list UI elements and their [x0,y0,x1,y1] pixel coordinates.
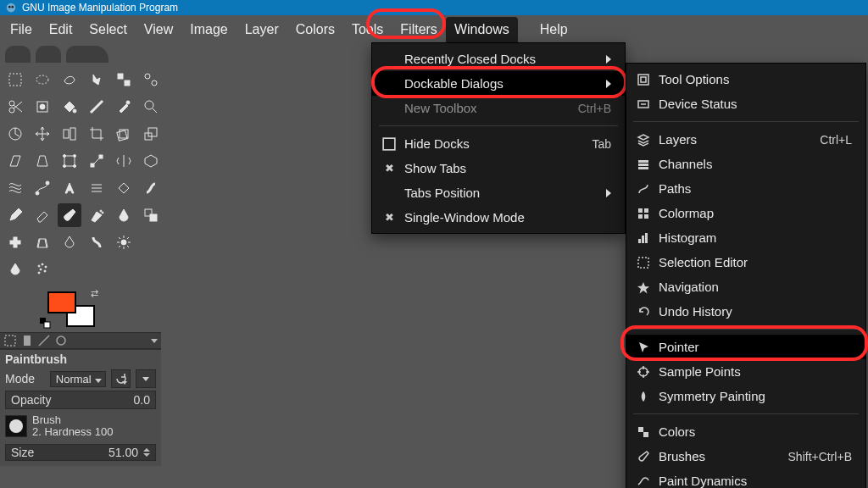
size-row[interactable]: Size 51.00 [5,444,156,461]
tool-eraser[interactable] [31,203,54,227]
mi-navigation[interactable]: Navigation [626,274,865,299]
mi-show-tabs[interactable]: ✖ Show Tabs [372,156,625,180]
mi-histogram[interactable]: Histogram [626,225,865,250]
tool-perspective-clone[interactable] [31,230,54,254]
mi-symmetry[interactable]: Symmetry Painting [626,384,865,408]
mi-brushes[interactable]: BrushesShift+Ctrl+B [626,444,865,469]
tool-shear[interactable] [3,149,27,173]
mi-tabs-position[interactable]: Tabs Position [372,180,625,205]
menu-layer[interactable]: Layer [236,17,287,42]
mi-dockable-dialogs[interactable]: Dockable Dialogs [372,71,625,96]
tool-free-select[interactable] [58,68,81,92]
mode-label: Mode [5,372,45,385]
tool-ink[interactable] [112,203,136,227]
mode-reset-icon[interactable] [111,369,131,388]
swap-colors-icon[interactable]: ⇄ [91,288,98,299]
brush-preview[interactable] [5,415,27,437]
tool-pencil[interactable] [3,203,27,227]
navigation-icon [637,280,650,294]
mi-pointer[interactable]: Pointer [626,335,865,359]
tool-rotate[interactable] [112,122,136,146]
tool-perspective[interactable] [31,149,54,173]
tool-unified-transform[interactable] [58,149,81,173]
mi-undo-history[interactable]: Undo History [626,299,865,324]
tool-color-picker[interactable] [112,95,136,119]
svg-point-33 [102,212,103,214]
mi-colormap[interactable]: Colormap [626,201,865,225]
tool-scissors[interactable] [3,95,27,119]
menu-edit[interactable]: Edit [41,17,81,42]
opacity-slider[interactable]: Opacity 0.0 [5,391,156,409]
tab-icon-1[interactable] [3,334,17,347]
tool-gegl[interactable] [85,176,108,200]
tool-foreground-select[interactable] [31,95,54,119]
tool-zoom[interactable] [139,95,163,119]
menu-windows[interactable]: Windows [446,17,518,42]
tool-flip[interactable] [112,149,136,173]
tool-mypaint[interactable] [139,176,163,200]
tab-icon-4[interactable] [54,334,68,347]
tool-ellipse-select[interactable] [31,68,54,92]
tool-airbrush[interactable] [85,203,108,227]
menu-image[interactable]: Image [181,17,236,42]
tool-move[interactable] [31,122,54,146]
mi-new-toolbox[interactable]: New ToolboxCtrl+B [372,96,625,120]
mode-menu-icon[interactable] [136,369,156,388]
color-swatch[interactable]: ⇄ [47,291,95,327]
tool-by-color-select[interactable] [112,68,136,92]
tool-gradient[interactable] [85,95,108,119]
mode-dropdown[interactable]: Normal [50,371,106,387]
tool-cage[interactable] [139,149,163,173]
mi-single-window[interactable]: ✖ Single-Window Mode [372,205,625,230]
mi-paths[interactable]: Paths [626,176,865,201]
tool-warp[interactable] [3,176,27,200]
mi-paint-dynamics[interactable]: Paint Dynamics [626,469,865,488]
tool-drop[interactable] [3,258,27,281]
fg-color[interactable] [47,291,76,313]
menu-select[interactable]: Select [81,17,135,42]
tool-scale[interactable] [139,122,163,146]
mi-tool-options[interactable]: Tool Options [626,67,865,92]
tool-text[interactable] [58,176,81,200]
tool-iscissors[interactable] [139,68,163,92]
tool-rect-select[interactable] [3,68,27,92]
mi-hide-docks[interactable]: Hide DocksTab [372,131,625,156]
work-area: ⇄ Paintbrush Mode Normal Opacity 0.0 [0,44,868,488]
tool-handle-transform[interactable] [85,149,108,173]
tool-dodge[interactable] [112,230,136,254]
tool-clone[interactable] [139,203,163,227]
size-spinner[interactable] [143,448,150,457]
default-colors-icon[interactable] [39,317,51,329]
mi-sample-points[interactable]: Sample Points [626,359,865,384]
tool-smudge[interactable] [85,230,108,254]
tool-paths[interactable] [31,176,54,200]
tab-icon-2[interactable] [20,334,34,347]
mi-channels[interactable]: Channels [626,152,865,176]
mi-recently-closed[interactable]: Recently Closed Docks [372,47,625,71]
mi-layers[interactable]: LayersCtrl+L [626,127,865,152]
tool-bucket-fill[interactable] [58,95,81,119]
tool-measure[interactable] [3,122,27,146]
menu-file[interactable]: File [2,17,41,42]
svg-rect-51 [638,75,648,85]
tabs-menu-icon[interactable] [151,339,158,343]
tool-grid [0,64,161,285]
tab-icon-3[interactable] [37,334,51,347]
mi-selection-editor[interactable]: Selection Editor [626,250,865,274]
tool-align[interactable] [58,122,81,146]
tool-blur[interactable] [58,230,81,254]
menu-colors[interactable]: Colors [287,17,343,42]
mi-device-status[interactable]: Device Status [626,92,865,116]
tool-bucket[interactable] [112,176,136,200]
mi-colors[interactable]: Colors [626,419,865,444]
menu-tools[interactable]: Tools [343,17,392,42]
tool-heal[interactable] [3,230,27,254]
svg-point-8 [152,80,157,86]
menu-filters[interactable]: Filters [392,17,446,42]
tool-paintbrush[interactable] [58,203,81,227]
tool-spray[interactable] [31,258,54,281]
menu-help[interactable]: Help [531,17,576,42]
menu-view[interactable]: View [136,17,181,42]
tool-crop[interactable] [85,122,108,146]
tool-fuzzy-select[interactable] [85,68,108,92]
